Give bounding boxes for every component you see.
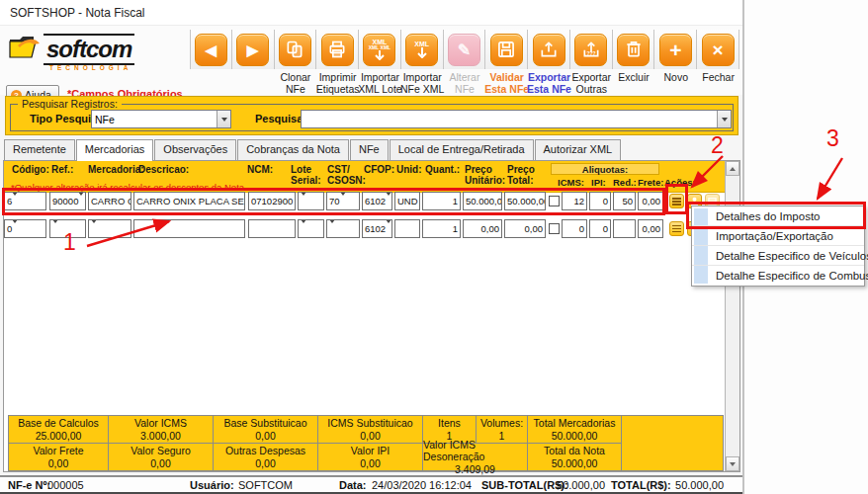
col-frete: Frete: xyxy=(638,177,663,188)
nfe-number-label: NF-e Nº: xyxy=(8,479,50,491)
tab-bar: Remetente Mercadorias Observações Cobran… xyxy=(4,139,622,160)
tab-nfe[interactable]: NFe xyxy=(350,139,389,160)
row2-ipi-input[interactable]: 0 xyxy=(589,219,611,238)
date-label: Data: xyxy=(339,479,367,491)
row1-preco-unitario-input[interactable]: 50.000,00 xyxy=(463,192,502,210)
base-calculos-value: 25.000,00 xyxy=(36,430,82,442)
row2-cfop-select[interactable]: 6102 xyxy=(362,219,392,238)
person-icon xyxy=(690,197,699,206)
tab-cobrancas-da-nota[interactable]: Cobranças da Nota xyxy=(237,139,349,160)
row1-frete-input[interactable]: 0,00 xyxy=(638,192,663,210)
base-substituicao-value: 0,00 xyxy=(255,430,275,442)
col-preco-total: Total: xyxy=(507,175,533,186)
brand-tagline: TECNOLOGIA xyxy=(49,64,131,71)
folder-logo-icon xyxy=(8,32,42,61)
row2-unid-input[interactable] xyxy=(394,219,420,238)
row2-icms-input[interactable]: 0 xyxy=(562,219,587,238)
row1-codigo-select[interactable]: 6 xyxy=(4,192,46,210)
tab-remetente[interactable]: Remetente xyxy=(4,139,75,160)
row1-mercadoria-select[interactable]: CARRO C xyxy=(88,192,131,210)
row2-lote-select[interactable] xyxy=(298,219,324,238)
col-cst-csosn: CSOSN: xyxy=(327,175,366,186)
row1-lote-select[interactable] xyxy=(298,192,324,210)
xml-download-icon: XML xyxy=(414,41,429,47)
menu-item-importacao-exportacao[interactable]: Importação/Exportação xyxy=(692,226,864,246)
row2-codigo-select[interactable]: 0 xyxy=(4,219,46,238)
row2-mercadoria-select[interactable] xyxy=(88,219,131,238)
col-ncm: NCM: xyxy=(247,164,273,175)
mercadorias-panel: Código: Ref.: Mercadoria: Descricao: NCM… xyxy=(3,160,740,472)
arrow-right-icon: ▶ xyxy=(247,42,259,57)
col-unid: Unid: xyxy=(396,164,422,175)
row2-ref-select[interactable] xyxy=(49,219,86,238)
window-titlebar: SOFTSHOP - Nota Fiscal xyxy=(0,0,742,26)
outras-despesas-value: 0,00 xyxy=(255,457,275,469)
close-icon: × xyxy=(713,41,724,59)
row1-unid-input[interactable]: UND xyxy=(394,192,420,210)
chevron-down-icon[interactable] xyxy=(717,111,731,127)
triangle-down-icon xyxy=(730,462,736,466)
totals-empty-cell xyxy=(622,416,723,470)
row2-cst-select[interactable] xyxy=(326,219,360,238)
valor-ipi-value: 0,00 xyxy=(360,457,380,469)
row1-icms-input[interactable]: 12 xyxy=(562,192,587,210)
tab-observacoes[interactable]: Observações xyxy=(154,139,236,160)
row1-quant-input[interactable]: 1 xyxy=(422,192,461,210)
tab-local-entrega-retirada[interactable]: Local de Entrega/Retirada xyxy=(390,139,534,160)
row2-descricao-input[interactable] xyxy=(133,219,245,238)
col-ipi: IPI: xyxy=(591,177,606,188)
aliquotas-header: Aliquotas: xyxy=(551,163,659,175)
pencil-icon: ✎ xyxy=(458,41,471,59)
row1-ncm-input[interactable]: 07102900 xyxy=(248,192,296,210)
row1-tax-details-button[interactable] xyxy=(669,194,684,208)
date-value: 24/03/2020 16:12:04 xyxy=(372,479,472,491)
row1-preco-total-input[interactable]: 50.000,00 xyxy=(504,192,546,210)
tipo-pesquisa-select[interactable]: NFe xyxy=(91,110,231,128)
tax-details-icon xyxy=(672,198,681,206)
tax-details-icon xyxy=(672,225,681,233)
pesquisa-input[interactable] xyxy=(301,110,732,128)
scroll-down-button[interactable] xyxy=(726,456,739,471)
softcom-logo: softcom TECNOLOGIA xyxy=(8,32,186,71)
valor-icms-value: 3.000,00 xyxy=(140,430,181,442)
row1-cfop-select[interactable]: 6102 xyxy=(362,192,392,210)
row2-preco-unitario-input[interactable]: 0,00 xyxy=(463,219,502,238)
row2-ncm-input[interactable] xyxy=(248,219,296,238)
row2-quant-input[interactable]: 1 xyxy=(422,219,461,238)
subtotal-value: 50.000,00 xyxy=(550,479,605,491)
totals-table: Base de Calculos25.000,00 Valor ICMS3.00… xyxy=(8,415,724,471)
row2-tax-details-button[interactable] xyxy=(669,221,684,236)
export-icon xyxy=(539,40,559,59)
menu-item-detalhes-do-imposto[interactable]: Detalhes do Imposto xyxy=(692,206,864,226)
user-value: SOFTCOM xyxy=(238,479,293,491)
floppy-icon xyxy=(496,40,516,59)
row1-checkbox[interactable] xyxy=(549,196,560,206)
arrow-left-icon: ◀ xyxy=(206,42,217,57)
row2-frete-input[interactable]: 0,00 xyxy=(638,219,663,238)
clone-icon xyxy=(285,40,304,59)
search-group-title: Pesquisar Registros: xyxy=(18,98,122,110)
row1-red-input[interactable]: 50 xyxy=(613,192,636,210)
row2-checkbox[interactable] xyxy=(549,223,560,234)
chevron-down-icon[interactable] xyxy=(217,111,230,127)
export-multi-icon: ??? xyxy=(581,40,601,59)
row1-cst-select[interactable]: 70 xyxy=(326,192,360,210)
tab-mercadorias[interactable]: Mercadorias xyxy=(76,139,154,161)
row2-preco-total-input[interactable]: 0,00 xyxy=(504,219,546,238)
valor-frete-value: 0,00 xyxy=(48,457,68,469)
scroll-up-button[interactable] xyxy=(726,161,739,176)
total-value: 50.000,00 xyxy=(670,479,724,491)
menu-item-detalhe-veiculos-novos[interactable]: Detalhe Especifico de Veículos Novos xyxy=(692,246,864,266)
actions-context-menu: Detalhes do Imposto Importação/Exportaçã… xyxy=(691,206,865,287)
screenshot-stage: SOFTSHOP - Nota Fiscal softcom TECNOLOGI… xyxy=(0,0,868,494)
row2-red-input[interactable] xyxy=(613,219,636,238)
tab-autorizar-xml[interactable]: Autorizar XML xyxy=(535,139,622,160)
row1-ipi-input[interactable]: 0 xyxy=(589,192,611,210)
package-icon xyxy=(708,197,717,206)
nfe-number-value: 000005 xyxy=(47,479,84,491)
grid-header-band: Código: Ref.: Mercadoria: Descricao: NCM… xyxy=(4,161,725,193)
row1-descricao-input[interactable]: CARRO ONIX PLACA SEM-1000 xyxy=(133,192,245,210)
svg-text:???: ??? xyxy=(586,50,595,56)
menu-item-detalhe-combustivel[interactable]: Detalhe Especifico de Combustível xyxy=(692,266,864,286)
row1-ref-select[interactable]: 90000 xyxy=(49,192,86,210)
